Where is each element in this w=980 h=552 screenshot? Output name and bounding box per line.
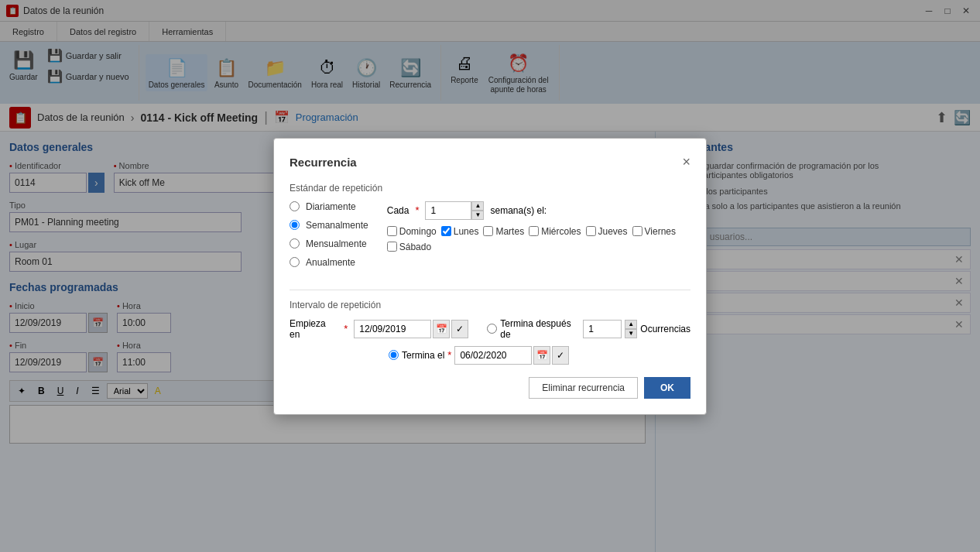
estandar-label: Estándar de repetición [290,183,690,194]
day-lunes-label: Lunes [454,226,479,237]
radio-mensualmente: Mensualmente [290,238,368,249]
termina-despues-down-btn[interactable]: ▼ [625,329,637,338]
radio-termina-el[interactable] [389,350,399,360]
intervalo-label: Intervalo de repetición [290,300,690,310]
empieza-row: Empieza en * 📅 ✓ Termina después de ▲ ▼ … [290,318,690,340]
radio-mensualmente-label: Mensualmente [306,238,367,249]
day-sabado-label: Sábado [399,242,431,252]
radio-termina-despues[interactable] [487,324,497,334]
day-miercoles-checkbox[interactable] [529,226,539,236]
day-viernes-checkbox[interactable] [632,226,642,236]
cada-up-btn[interactable]: ▲ [471,201,484,211]
day-domingo-checkbox[interactable] [387,226,397,236]
modal-footer: Eliminar recurrencia OK [290,377,690,399]
modal-divider [290,290,690,290]
day-lunes-checkbox[interactable] [441,226,451,236]
termina-despues-spinner: ▲ ▼ [625,320,637,338]
empieza-date-group: 📅 ✓ [354,320,468,338]
termina-el-label: Termina el [402,350,444,361]
cada-down-btn[interactable]: ▼ [471,211,484,220]
empieza-check-btn[interactable]: ✓ [451,320,468,338]
ocurrencias-label: Ocurrencias [640,324,690,334]
cada-spinner: ▲ ▼ [471,201,484,220]
eliminar-recurrencia-btn[interactable]: Eliminar recurrencia [529,377,638,399]
termina-despues-group: Termina después de ▲ ▼ Ocurrencias [487,318,690,340]
day-domingo: Domingo [387,226,437,237]
day-martes: Martes [483,226,524,237]
day-sabado: Sábado [387,242,431,252]
cada-input[interactable] [425,201,471,220]
termina-el-date-group: 📅 ✓ [454,346,569,365]
empieza-required: * [344,323,348,334]
options-col: Cada * ▲ ▼ semana(s) el: Do [387,201,690,255]
day-lunes: Lunes [441,226,479,237]
termina-despues-input[interactable] [583,320,622,338]
termina-el-check-btn[interactable]: ✓ [552,346,569,365]
day-viernes: Viernes [632,226,676,237]
day-jueves-checkbox[interactable] [586,226,596,236]
radio-anualmente: Anualmente [290,257,368,268]
radio-diariamente-label: Diariamente [306,201,356,212]
empieza-date-input[interactable] [354,320,431,338]
radio-semanalmente-label: Semanalmente [306,220,368,231]
day-jueves: Jueves [586,226,628,237]
cada-label: Cada [387,205,409,216]
cada-row: Cada * ▲ ▼ semana(s) el: [387,201,690,220]
day-martes-label: Martes [495,226,524,237]
empieza-label: Empieza en [290,318,338,340]
radio-anualmente-input[interactable] [290,257,300,267]
termina-despues-label: Termina después de [500,318,580,340]
modal-header: Recurrencia × [290,154,690,170]
radio-semanalmente-input[interactable] [290,220,300,230]
termina-el-date-input[interactable] [454,346,532,365]
ok-btn[interactable]: OK [644,377,690,399]
modal-title: Recurrencia [290,156,357,169]
termina-el-calendar-btn[interactable]: 📅 [533,346,550,365]
semanas-label: semana(s) el: [490,205,547,216]
day-martes-checkbox[interactable] [483,226,493,236]
termina-despues-up-btn[interactable]: ▲ [625,320,637,329]
radio-mensualmente-input[interactable] [290,238,300,249]
recurrencia-modal: Recurrencia × Estándar de repetición Dia… [273,138,707,415]
cada-required: * [415,204,419,216]
radio-diariamente: Diariamente [290,201,368,212]
termina-el-row: Termina el * 📅 ✓ [290,346,690,365]
days-row: Domingo Lunes Martes Miércoles [387,226,690,252]
day-miercoles: Miércoles [529,226,581,237]
day-sabado-checkbox[interactable] [387,242,397,252]
day-jueves-label: Jueves [598,226,628,237]
cada-input-group: ▲ ▼ [425,201,484,220]
radio-col: Diariamente Semanalmente Mensualmente An… [290,201,368,271]
modal-close-btn[interactable]: × [682,154,690,170]
radio-anualmente-label: Anualmente [306,257,355,268]
termina-el-group: Termina el * 📅 ✓ [389,346,569,365]
modal-body: Diariamente Semanalmente Mensualmente An… [290,201,690,280]
termina-el-required: * [447,349,451,361]
radio-semanalmente: Semanalmente [290,220,368,231]
modal-overlay: Recurrencia × Estándar de repetición Dia… [0,0,980,552]
day-viernes-label: Viernes [645,226,676,237]
empieza-calendar-btn[interactable]: 📅 [433,320,450,338]
day-domingo-label: Domingo [399,226,437,237]
radio-diariamente-input[interactable] [290,201,300,211]
day-miercoles-label: Miércoles [541,226,581,237]
